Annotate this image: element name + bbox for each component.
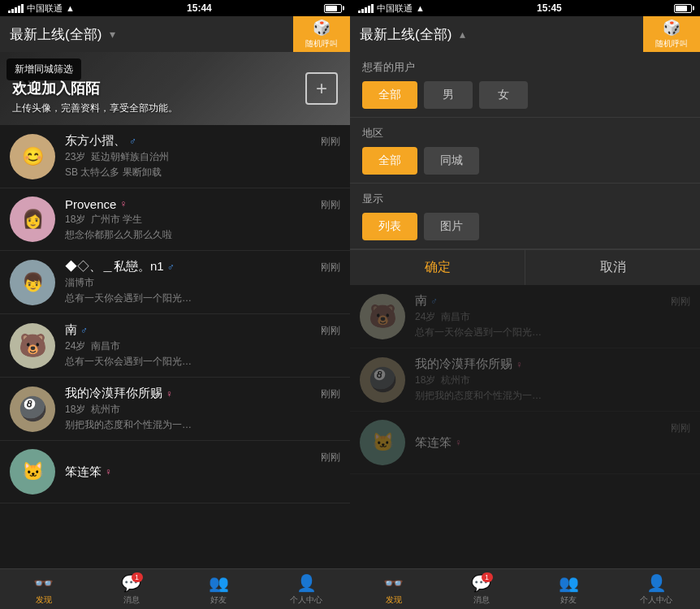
user-meta: 淄博市 [65,276,311,290]
user-meta: 23岁 延边朝鲜族自治州 [65,150,311,164]
user-info: 我的冷漠拜你所赐 ♀ 18岁 杭州市 别把我的态度和个性混为一… [65,386,311,432]
signal-bars-right [358,4,374,13]
nav-item-profile[interactable]: 👤 个人中心 [262,569,350,609]
nav-label-profile-r: 个人中心 [640,594,672,606]
random-call-text-left: 随机呼叫 [305,38,338,50]
carrier-left: 中国联通 [27,2,63,15]
right-phone: 中国联通 ▲ 15:45 最新上线(全部) 🎲 随机呼叫 想看的用户 全部 男 … [350,0,700,609]
bottom-nav-left: 👓 发现 💬 消息 1 👥 好友 👤 个人中心 [0,568,350,609]
random-call-icon-left: 🎲 [313,19,331,37]
banner-overlay-left: 新增同城筛选 欢迎加入陌陌 上传头像，完善资料，享受全部功能。 [0,52,350,125]
gender-icon: ♀ [119,198,127,209]
filter-btn-list[interactable]: 列表 [362,213,417,240]
random-call-text-right: 随机呼叫 [655,38,688,50]
nav-item-discover-r[interactable]: 👓 发现 [350,569,438,609]
battery-group-left [324,4,342,13]
wifi-icon-left: ▲ [66,3,75,13]
message-badge: 1 [132,572,143,582]
list-item[interactable]: 🐱 笨连笨 ♀ 刚刚 [350,412,700,474]
time-right: 15:45 [537,2,562,14]
list-item[interactable]: 👩 Provence ♀ 18岁 广州市 学生 想念你都那么久那么久啦 刚刚 [0,188,350,251]
list-item[interactable]: 🐻 南 ♂ 24岁 南昌市 总有一天你会遇到一个阳光… 刚刚 [0,314,350,378]
battery-fill-right [676,6,687,11]
status-left-group: 中国联通 ▲ [8,2,75,15]
banner-subtitle-left: 上传头像，完善资料，享受全部功能。 [12,102,338,115]
banner-left[interactable]: 新增同城筛选 欢迎加入陌陌 上传头像，完善资料，享受全部功能。 + [0,52,350,125]
nav-item-friends[interactable]: 👥 好友 [175,569,263,609]
user-list-right: 🐻 南 ♂ 24岁 南昌市 总有一天你会遇到一个阳光… 刚刚 🎱 我的冷漠拜你所… [350,285,700,568]
filter-btn-grid[interactable]: 图片 [424,213,479,240]
user-name: 东方小摺、 [65,133,126,149]
user-name: 南 [415,293,427,309]
user-info: 笨连笨 ♀ [415,435,661,451]
user-name-row: 我的冷漠拜你所赐 ♀ [415,356,681,372]
nav-item-discover[interactable]: 👓 发现 [0,569,88,609]
user-status: 总有一天你会遇到一个阳光… [415,326,661,339]
filter-buttons-region: 全部 同城 [362,147,688,175]
list-item[interactable]: 🎱 我的冷漠拜你所赐 ♀ 18岁 杭州市 别把我的态度和个性混为一… [350,348,700,412]
user-name-row: 南 ♂ [415,293,661,309]
tooltip-left: 新增同城筛选 [6,58,81,80]
time-label: 刚刚 [671,420,690,435]
friends-icon: 👥 [209,573,229,593]
battery-right [674,4,692,13]
filter-cancel-btn[interactable]: 取消 [525,250,700,285]
time-label: 刚刚 [321,322,340,338]
filter-btn-same-city[interactable]: 同城 [424,147,479,175]
app-header-left: 最新上线(全部) 🎲 随机呼叫 [0,16,350,52]
list-item[interactable]: 🎱 我的冷漠拜你所赐 ♀ 18岁 杭州市 别把我的态度和个性混为一… 刚刚 [0,378,350,441]
gender-icon: ♀ [166,388,173,400]
filter-btn-male[interactable]: 男 [424,81,473,109]
status-bar-right: 中国联通 ▲ 15:45 [350,0,700,16]
nav-label-messages-r: 消息 [473,594,490,606]
list-item[interactable]: 🐻 南 ♂ 24岁 南昌市 总有一天你会遇到一个阳光… 刚刚 [350,285,700,348]
nav-item-messages-r[interactable]: 💬 消息 1 [438,569,525,609]
time-label: 刚刚 [321,386,340,401]
status-right-group: 中国联通 ▲ [358,2,425,15]
battery-fill-left [326,6,337,11]
filter-buttons-users: 全部 男 女 [362,81,688,109]
banner-plus-left[interactable]: + [305,72,338,105]
user-info: ◆◇、＿私戀。n1 ♂ 淄博市 总有一天你会遇到一个阳光… [65,259,311,305]
time-label: 刚刚 [321,197,340,212]
nav-label-profile: 个人中心 [290,594,322,606]
filter-btn-all-users[interactable]: 全部 [362,81,417,109]
filter-btn-all-region[interactable]: 全部 [362,147,417,175]
friends-icon-r: 👥 [559,573,579,593]
content-left: 新增同城筛选 欢迎加入陌陌 上传头像，完善资料，享受全部功能。 + 😊 东方小摺… [0,52,350,568]
filter-confirm-btn[interactable]: 确定 [350,250,525,285]
nav-item-friends-r[interactable]: 👥 好友 [525,569,613,609]
header-title-text-right: 最新上线(全部) [360,25,452,44]
gender-icon: ♂ [430,296,438,307]
list-item[interactable]: 😊 东方小摺、 ♂ 23岁 延边朝鲜族自治州 SB 太特么多 果断卸载 刚刚 [0,125,350,188]
list-item[interactable]: 🐱 笨连笨 ♀ 刚刚 [0,441,350,503]
gender-icon: ♂ [129,136,136,147]
time-label: 刚刚 [671,293,690,309]
filter-section-region: 地区 全部 同城 [350,118,700,184]
avatar: 🐻 [360,294,405,339]
avatar: 🐻 [10,323,55,369]
filter-btn-female[interactable]: 女 [479,81,528,109]
message-badge-r: 1 [482,572,493,582]
avatar: 👩 [10,197,55,242]
user-name-row: 南 ♂ [65,322,311,338]
nav-item-profile-r[interactable]: 👤 个人中心 [612,569,700,609]
nav-item-messages[interactable]: 💬 消息 1 [88,569,175,609]
user-info: 东方小摺、 ♂ 23岁 延边朝鲜族自治州 SB 太特么多 果断卸载 [65,133,311,179]
user-name: ◆◇、＿私戀。n1 [65,259,164,274]
discover-icon-r: 👓 [383,573,404,593]
user-name: Provence [65,197,116,211]
random-call-btn-right[interactable]: 🎲 随机呼叫 [643,16,700,52]
header-title-right[interactable]: 最新上线(全部) [360,25,465,44]
user-status: 想念你都那么久那么久啦 [65,228,311,242]
nav-label-friends-r: 好友 [560,594,577,606]
nav-label-messages: 消息 [123,594,140,606]
user-meta: 18岁 杭州市 [415,374,681,387]
nav-label-discover-r: 发现 [386,594,402,606]
random-call-btn-left[interactable]: 🎲 随机呼叫 [293,16,350,52]
user-list-left: 😊 东方小摺、 ♂ 23岁 延边朝鲜族自治州 SB 太特么多 果断卸载 刚刚 � [0,125,350,568]
avatar: 🎱 [360,357,405,403]
header-title-left[interactable]: 最新上线(全部) [10,25,115,44]
filter-panel: 想看的用户 全部 男 女 地区 全部 同城 显示 列表 图片 确定 [350,52,700,285]
list-item[interactable]: 👦 ◆◇、＿私戀。n1 ♂ 淄博市 总有一天你会遇到一个阳光… 刚刚 [0,251,350,314]
